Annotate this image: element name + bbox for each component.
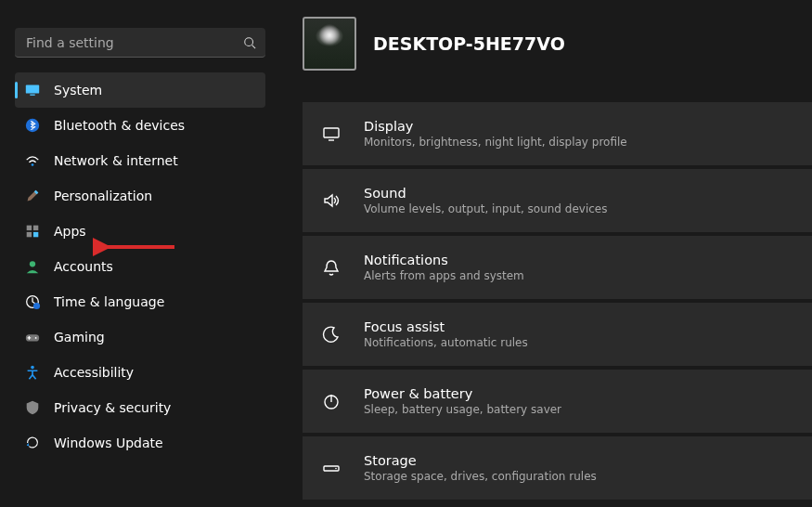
bluetooth-icon <box>24 117 41 134</box>
svg-point-10 <box>30 261 35 266</box>
card-focus-assist[interactable]: Focus assistNotifications, automatic rul… <box>303 303 812 366</box>
card-title: Power & battery <box>364 386 561 401</box>
sidebar-item-label: System <box>54 83 102 98</box>
card-title: Storage <box>364 453 597 468</box>
paintbrush-icon <box>24 188 41 204</box>
sidebar-item-accounts[interactable]: Accounts <box>15 249 265 284</box>
card-desc: Volume levels, output, input, sound devi… <box>364 202 607 215</box>
apps-icon <box>24 223 41 240</box>
sidebar-item-label: Time & language <box>54 294 164 309</box>
svg-point-12 <box>33 303 40 309</box>
sidebar-item-label: Privacy & security <box>54 400 171 415</box>
sidebar-item-label: Network & internet <box>54 153 178 168</box>
sidebar-item-label: Gaming <box>54 330 105 344</box>
svg-rect-7 <box>33 226 38 230</box>
search-box[interactable] <box>15 28 265 58</box>
sidebar-item-label: Apps <box>54 224 86 239</box>
person-icon <box>24 258 41 275</box>
avatar[interactable] <box>303 17 356 71</box>
sidebar-item-personalization[interactable]: Personalization <box>15 178 265 214</box>
bell-icon <box>321 257 342 278</box>
display-icon <box>321 124 342 144</box>
pc-name: DESKTOP-5HE77VO <box>373 33 565 54</box>
clock-globe-icon <box>24 293 41 310</box>
sidebar: SystemBluetooth & devicesNetwork & inter… <box>15 28 265 461</box>
svg-rect-8 <box>27 232 32 237</box>
card-title: Sound <box>364 186 607 201</box>
svg-rect-6 <box>27 226 32 230</box>
card-desc: Notifications, automatic rules <box>364 336 528 349</box>
sidebar-item-label: Windows Update <box>54 436 163 450</box>
sidebar-item-label: Accessibility <box>54 365 134 380</box>
sidebar-item-bluetooth-devices[interactable]: Bluetooth & devices <box>15 108 265 143</box>
card-desc: Storage space, drives, configuration rul… <box>364 470 597 483</box>
card-desc: Alerts from apps and system <box>364 269 524 282</box>
card-storage[interactable]: StorageStorage space, drives, configurat… <box>303 436 812 500</box>
accessibility-icon <box>24 364 41 381</box>
sidebar-item-system[interactable]: System <box>15 72 265 108</box>
sidebar-item-windows-update[interactable]: Windows Update <box>15 425 265 461</box>
card-title: Notifications <box>364 253 524 267</box>
card-power-battery[interactable]: Power & batterySleep, battery usage, bat… <box>303 370 812 433</box>
sidebar-item-label: Bluetooth & devices <box>54 118 185 133</box>
svg-rect-3 <box>30 95 34 96</box>
settings-list: DisplayMonitors, brightness, night light… <box>303 102 812 500</box>
sidebar-item-time-language[interactable]: Time & language <box>15 284 265 319</box>
shield-icon <box>24 399 41 416</box>
svg-point-0 <box>245 37 253 46</box>
gamepad-icon <box>24 329 41 345</box>
svg-point-14 <box>35 337 37 339</box>
svg-rect-2 <box>26 85 39 94</box>
card-sound[interactable]: SoundVolume levels, output, input, sound… <box>303 169 812 232</box>
card-desc: Sleep, battery usage, battery saver <box>364 403 561 416</box>
power-icon <box>321 391 342 411</box>
sidebar-item-gaming[interactable]: Gaming <box>15 319 265 355</box>
svg-rect-17 <box>324 128 339 137</box>
card-notifications[interactable]: NotificationsAlerts from apps and system <box>303 236 812 299</box>
sidebar-item-label: Personalization <box>54 188 152 203</box>
search-input[interactable] <box>24 34 243 51</box>
system-icon <box>24 82 41 98</box>
search-icon <box>243 36 256 49</box>
account-header: DESKTOP-5HE77VO <box>303 17 565 71</box>
svg-point-22 <box>335 468 337 470</box>
update-icon <box>24 435 41 451</box>
sidebar-item-accessibility[interactable]: Accessibility <box>15 355 265 390</box>
card-title: Display <box>364 119 627 134</box>
svg-rect-9 <box>33 232 38 237</box>
svg-line-1 <box>252 45 256 48</box>
svg-point-15 <box>31 366 34 370</box>
wifi-icon <box>24 152 41 169</box>
card-display[interactable]: DisplayMonitors, brightness, night light… <box>303 102 812 165</box>
moon-icon <box>321 324 342 344</box>
sidebar-item-privacy-security[interactable]: Privacy & security <box>15 390 265 425</box>
card-desc: Monitors, brightness, night light, displ… <box>364 136 627 149</box>
svg-point-5 <box>32 163 34 166</box>
sidebar-item-network-internet[interactable]: Network & internet <box>15 143 265 178</box>
card-title: Focus assist <box>364 319 528 334</box>
sidebar-item-label: Accounts <box>54 259 113 274</box>
storage-icon <box>321 458 342 478</box>
sound-icon <box>321 190 342 211</box>
sidebar-item-apps[interactable]: Apps <box>15 214 265 249</box>
